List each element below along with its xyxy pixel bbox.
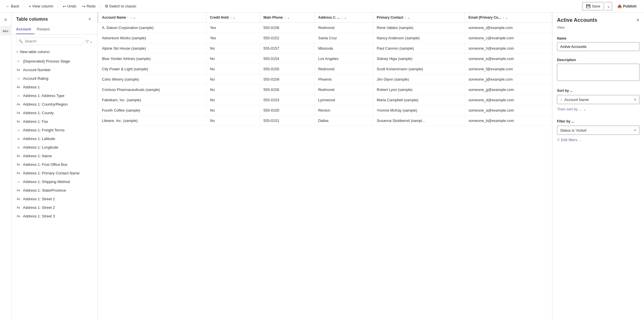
- th-address1[interactable]: Address 1: ...↓⌄: [315, 13, 373, 23]
- dropdown-icon-primary-contact[interactable]: ⌄: [408, 16, 410, 19]
- table-row[interactable]: Litware, Inc. (sample)No555-0151DallasSu…: [98, 116, 552, 126]
- sidebar-item-label-address1-pobox: Address 1: Post Office Box: [23, 162, 67, 167]
- cell-4-primary_contact: Scott Konersmann (sample): [373, 64, 465, 74]
- cell-3-account_name: Blue Yonder Airlines (sample): [98, 54, 206, 64]
- back-button[interactable]: ← Back: [3, 3, 22, 10]
- table-row[interactable]: Fabrikam, Inc. (sample)No555-0153Lynnwoo…: [98, 95, 552, 105]
- sidebar-search-box[interactable]: 🔍: [16, 37, 83, 45]
- th-email[interactable]: Email (Primary Co...↓⌄: [465, 13, 552, 23]
- sidebar-item-address1-type[interactable]: ▭ Address 1: Address Type: [11, 91, 97, 100]
- undo-icon: ↩: [63, 4, 66, 9]
- save-caret-button[interactable]: ⌄: [605, 2, 612, 10]
- hamburger-menu-button[interactable]: ≡: [2, 15, 9, 25]
- sort-item-value: Account Name: [564, 98, 589, 102]
- undo-button[interactable]: ↩ Undo: [61, 3, 79, 10]
- header-row: Account Name↑↓⌄Credit Hold↓⌄Main Phone↓⌄…: [98, 13, 552, 23]
- dropdown-icon-email[interactable]: ⌄: [505, 16, 508, 19]
- table-row[interactable]: Adventure Works (sample)Yes555-0152Santa…: [98, 33, 552, 43]
- th-credit-hold[interactable]: Credit Hold↓⌄: [206, 13, 260, 23]
- new-table-column-button[interactable]: + New table column: [11, 48, 97, 56]
- th-primary-contact[interactable]: Primary Contact↓⌄: [373, 13, 465, 23]
- search-icon: 🔍: [19, 39, 23, 43]
- sidebar-item-address1-country[interactable]: Aa Address 1: Country/Region: [11, 100, 97, 108]
- sidebar-item-label-address1-shipping: Address 1: Shipping Method: [23, 180, 70, 184]
- cell-3-credit_hold: No: [206, 54, 260, 64]
- table-row[interactable]: City Power & Light (sample)No555-0155Red…: [98, 64, 552, 74]
- sidebar-tabs: Account Related: [11, 25, 97, 34]
- table-row[interactable]: Blue Yonder Airlines (sample)No555-0154L…: [98, 54, 552, 64]
- dropdown-icon-credit-hold[interactable]: ⌄: [233, 16, 235, 19]
- sidebar-item-label-address1-state: Address 1: State/Province: [23, 188, 66, 192]
- cell-7-address1: Lynnwood: [315, 95, 373, 105]
- name-input[interactable]: [557, 42, 639, 51]
- tab-account[interactable]: Account: [16, 25, 34, 34]
- cell-0-account_name: A. Datum Corporation (sample): [98, 23, 206, 33]
- th-account-name[interactable]: Account Name↑↓⌄: [98, 13, 206, 23]
- sort-down-icon-address1: ↓: [342, 16, 343, 19]
- sidebar-item-label-address1-primary-contact: Address 1: Primary Contact Name: [23, 171, 80, 175]
- sidebar-item-process-stage[interactable]: ≡ (Deprecated) Process Stage: [11, 57, 97, 65]
- sidebar-item-label-address1-fax: Address 1: Fax: [23, 119, 48, 124]
- cell-0-primary_contact: Rene Valdes (sample): [373, 23, 465, 33]
- sidebar-item-address1-name[interactable]: Aa Address 1: Name: [11, 151, 97, 160]
- sidebar-item-address1[interactable]: Aa Address 1: [11, 83, 97, 91]
- cell-4-main_phone: 555-0155: [260, 64, 315, 74]
- sidebar-item-address1-street1[interactable]: Aa Address 1: Street 1: [11, 194, 97, 203]
- sidebar-item-address1-county[interactable]: Aa Address 1: County: [11, 108, 97, 117]
- sort-remove-button[interactable]: ×: [634, 97, 636, 102]
- dropdown-icon-account-name[interactable]: ⌄: [133, 16, 135, 19]
- sidebar-item-address1-longitude[interactable]: ◎ Address 1: Longitude: [11, 143, 97, 151]
- right-panel-close-button[interactable]: ×: [636, 17, 639, 23]
- sidebar-item-address1-fax[interactable]: Aa Address 1: Fax: [11, 117, 97, 126]
- table-row[interactable]: Coho Winery (sample)No555-0159PhoenixJim…: [98, 74, 552, 85]
- sidebar-item-icon-address1-county: Aa: [16, 110, 21, 115]
- dropdown-icon-main-phone[interactable]: ⌄: [287, 16, 289, 19]
- sidebar-item-address1-primary-contact[interactable]: Aa Address 1: Primary Contact Name: [11, 169, 97, 177]
- cell-0-email: someone_i@example.com: [465, 23, 552, 33]
- sidebar-item-address1-street3[interactable]: Aa Address 1: Street 3: [11, 212, 97, 220]
- name-section: Name: [552, 33, 644, 55]
- filter-icon-button[interactable]: ▽ ⌄: [86, 39, 93, 44]
- main-layout: ≡ Abc Table columns × Account Related 🔍 …: [0, 13, 644, 321]
- tab-related[interactable]: Related: [37, 25, 53, 34]
- filter-remove-button[interactable]: ×: [634, 128, 636, 133]
- edit-filters-button[interactable]: ▽ Edit filters ...: [557, 137, 582, 143]
- save-button[interactable]: 💾 Save: [582, 2, 604, 10]
- sidebar-item-account-rating[interactable]: ▭ Account Rating: [11, 74, 97, 83]
- name-label: Name: [557, 36, 639, 40]
- sidebar-item-icon-address1-type: ▭: [16, 93, 21, 98]
- sidebar-item-address1-freight[interactable]: ▭ Address 1: Freight Terms: [11, 126, 97, 134]
- sidebar-item-address1-pobox[interactable]: Aa Address 1: Post Office Box: [11, 160, 97, 169]
- description-textarea[interactable]: [557, 64, 639, 81]
- sidebar-item-address1-street2[interactable]: Aa Address 1: Street 2: [11, 203, 97, 212]
- table-row[interactable]: Alpine Ski House (sample)No555-0157Misso…: [98, 43, 552, 54]
- sort-section: Sort by ... ↑ Account Name × Then sort b…: [552, 85, 644, 116]
- sidebar-item-label-address1-type: Address 1: Address Type: [23, 94, 64, 98]
- view-column-button[interactable]: + View column: [26, 3, 56, 10]
- sidebar-item-address1-latitude[interactable]: ◎ Address 1: Latitude: [11, 134, 97, 143]
- sidebar-item-icon-address1-primary-contact: Aa: [16, 171, 21, 175]
- then-sort-button[interactable]: Then sort by ... ⌄: [557, 106, 586, 112]
- table-row[interactable]: Contoso Pharmaceuticals (sample)No555-01…: [98, 85, 552, 95]
- sidebar-item-label-address1-street2: Address 1: Street 2: [23, 205, 55, 210]
- redo-button[interactable]: ↪ Redo: [80, 3, 98, 10]
- cell-4-credit_hold: No: [206, 64, 260, 74]
- sidebar-item-address1-shipping[interactable]: ▭ Address 1: Shipping Method: [11, 177, 97, 186]
- search-input[interactable]: [25, 39, 81, 43]
- filter-chevron-icon: ⌄: [89, 39, 93, 44]
- cell-4-address1: Redmond: [315, 64, 373, 74]
- cell-2-address1: Missoula: [315, 43, 373, 54]
- abc-nav-button[interactable]: Abc: [0, 26, 11, 36]
- th-main-phone[interactable]: Main Phone↓⌄: [260, 13, 315, 23]
- filter-item-text: Status is 'Active': [560, 128, 587, 133]
- dropdown-icon-address1[interactable]: ⌄: [344, 16, 347, 19]
- table-row[interactable]: Fourth Coffee (sample)No555-0150RentonYv…: [98, 105, 552, 116]
- switch-to-classic-button[interactable]: ⧉ Switch to classic: [103, 3, 139, 10]
- publish-button[interactable]: 📤 Publish: [613, 2, 641, 10]
- sidebar-item-address1-state[interactable]: Aa Address 1: State/Province: [11, 186, 97, 194]
- sidebar-close-button[interactable]: ×: [87, 16, 93, 22]
- sidebar-item-account-number[interactable]: Aa Account Number: [11, 65, 97, 74]
- table-row[interactable]: A. Datum Corporation (sample)Yes555-0158…: [98, 23, 552, 33]
- filter-section: Filter by ... Status is 'Active' × ▽ Edi…: [552, 116, 644, 147]
- description-section: Description: [552, 55, 644, 85]
